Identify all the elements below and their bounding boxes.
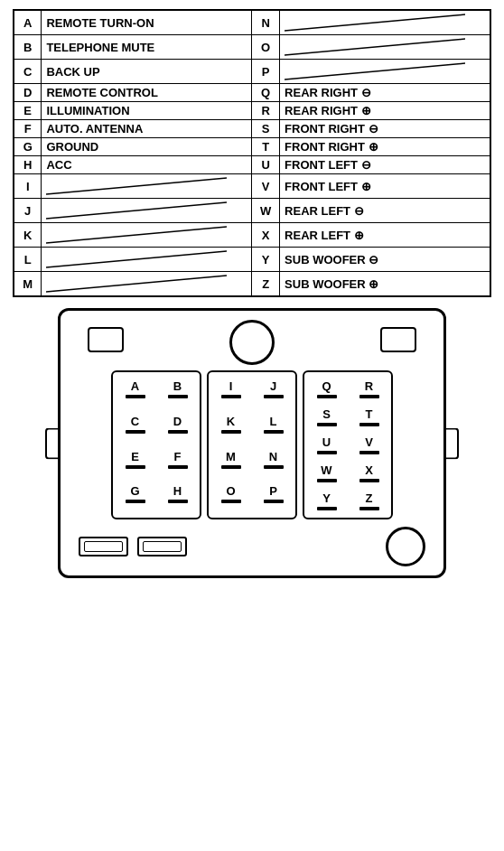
connector-circle-bottom <box>386 527 425 566</box>
connector-tab-right <box>380 327 416 352</box>
table-row: LYSUB WOOFER ⊖ <box>14 248 490 272</box>
connector-diagram: A B C D E <box>58 308 446 578</box>
row-left-letter: A <box>14 10 42 35</box>
row-right-label: FRONT RIGHT ⊕ <box>280 138 490 156</box>
row-left-label: REMOTE TURN-ON <box>42 10 252 35</box>
svg-line-0 <box>285 14 465 31</box>
pin-A: A <box>122 379 148 406</box>
table-row: MZSUB WOOFER ⊕ <box>14 272 490 297</box>
row-right-label: FRONT LEFT ⊖ <box>280 156 490 174</box>
pin-F-letter: F <box>174 450 182 463</box>
row-right-letter: Y <box>252 248 280 272</box>
svg-line-5 <box>46 227 227 243</box>
pin-T-letter: T <box>366 407 373 421</box>
pin-P-letter: P <box>269 484 277 498</box>
pin-Q: Q <box>313 379 340 398</box>
row-left-label: AUTO. ANTENNA <box>42 120 252 138</box>
pin-M-bar <box>221 465 241 469</box>
table-row: KXREAR LEFT ⊕ <box>14 223 490 248</box>
row-right-label: REAR LEFT ⊕ <box>280 223 490 248</box>
pin-C-bar <box>126 430 145 434</box>
pin-U-bar <box>317 451 337 454</box>
svg-line-1 <box>285 39 465 55</box>
pin-H: H <box>164 484 191 510</box>
pin-X-letter: X <box>365 463 373 477</box>
row-left-label <box>42 174 252 199</box>
row-left-label: GROUND <box>42 138 252 156</box>
bottom-slot-2-inner <box>143 541 182 552</box>
pin-D-letter: D <box>173 415 182 428</box>
pin-V-letter: V <box>365 435 373 449</box>
table-row: BTELEPHONE MUTEO <box>14 35 490 60</box>
pin-D-bar <box>168 430 188 434</box>
connector-top <box>70 320 434 365</box>
side-nub-left <box>45 427 58 459</box>
pin-E-bar <box>126 465 145 469</box>
pin-J-bar <box>264 395 284 398</box>
row-right-letter: W <box>252 199 280 223</box>
table-row: FAUTO. ANTENNASFRONT RIGHT ⊖ <box>14 120 490 138</box>
row-left-label: ILLUMINATION <box>42 102 252 120</box>
row-right-letter: S <box>252 120 280 138</box>
row-left-label <box>42 248 252 272</box>
svg-line-2 <box>285 63 465 79</box>
pin-B-letter: B <box>173 379 182 393</box>
pin-R-letter: R <box>365 379 373 393</box>
pin-A-letter: A <box>131 379 139 393</box>
table-row: GGROUNDTFRONT RIGHT ⊕ <box>14 138 490 156</box>
row-left-label <box>42 199 252 223</box>
pin-V-bar <box>359 451 379 454</box>
row-right-letter: X <box>252 223 280 248</box>
pin-J: J <box>260 379 286 406</box>
row-right-label: REAR RIGHT ⊖ <box>280 84 490 102</box>
bottom-slot-2 <box>137 537 187 556</box>
pin-B-bar <box>168 395 188 398</box>
row-left-letter: I <box>14 174 42 199</box>
pin-T-bar <box>359 423 379 426</box>
pin-Y-letter: Y <box>322 491 331 505</box>
pin-X-bar <box>359 479 379 482</box>
row-right-label: FRONT RIGHT ⊖ <box>280 120 490 138</box>
pin-G: G <box>122 484 148 510</box>
connector-block-middle: I J K L M <box>207 370 297 519</box>
pin-N-letter: N <box>269 450 277 463</box>
row-right-letter: U <box>252 156 280 174</box>
side-nub-right <box>446 427 459 459</box>
pin-Y: Y <box>313 491 340 510</box>
pin-M: M <box>218 450 244 476</box>
pin-B: B <box>164 379 191 406</box>
row-right-letter: N <box>252 10 280 35</box>
pin-L-letter: L <box>270 415 277 428</box>
pin-L: L <box>260 415 286 441</box>
row-left-label <box>42 272 252 297</box>
pin-C-letter: C <box>131 415 139 428</box>
pin-G-bar <box>126 500 145 503</box>
pin-C: C <box>122 415 148 441</box>
row-left-letter: K <box>14 223 42 248</box>
pin-R: R <box>356 379 382 398</box>
pin-O: O <box>218 484 244 510</box>
row-right-label <box>280 35 490 60</box>
pin-J-letter: J <box>270 379 276 393</box>
table-row: AREMOTE TURN-ONN <box>14 10 490 35</box>
pin-K: K <box>218 415 244 441</box>
svg-line-3 <box>46 178 227 194</box>
row-right-letter: Q <box>252 84 280 102</box>
pin-S-bar <box>317 423 337 426</box>
pin-U: U <box>313 435 340 454</box>
pin-Q-bar <box>317 395 337 398</box>
bottom-slot-1-inner <box>84 541 123 552</box>
table-row: IVFRONT LEFT ⊕ <box>14 174 490 199</box>
pin-O-letter: O <box>226 484 235 498</box>
bottom-slot-1 <box>79 537 128 556</box>
row-right-letter: T <box>252 138 280 156</box>
pin-I-letter: I <box>229 379 233 393</box>
wiring-table: AREMOTE TURN-ONNBTELEPHONE MUTEOCBACK UP… <box>13 9 491 297</box>
pin-E: E <box>122 450 148 476</box>
svg-line-4 <box>46 202 227 219</box>
pin-N-bar <box>264 465 284 469</box>
pin-N: N <box>260 450 286 476</box>
pin-E-letter: E <box>131 450 139 463</box>
connector-tab-left <box>88 327 124 352</box>
table-row: HACCUFRONT LEFT ⊖ <box>14 156 490 174</box>
